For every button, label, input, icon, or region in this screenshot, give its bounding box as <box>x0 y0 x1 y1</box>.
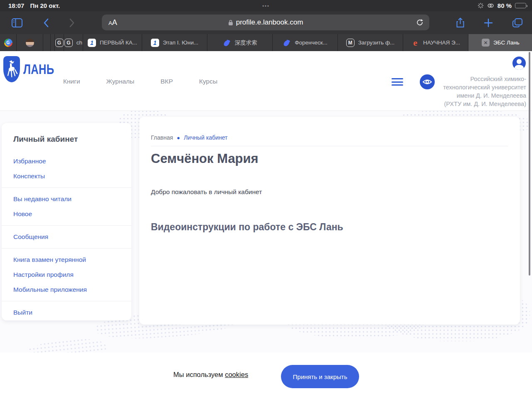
video-instructions-heading: Видеоинструкции по работе с ЭБС Лань <box>151 222 508 233</box>
ipad-screen: 18:07 Пн 20 окт. ••• <box>0 0 532 399</box>
sidebar-title: Личный кабинет <box>2 135 131 144</box>
close-tab-icon[interactable]: ✕ <box>482 39 490 47</box>
sidebar-item-favorites[interactable]: Избранное <box>2 154 131 169</box>
breadcrumb-separator: ● <box>177 135 180 141</box>
whale-favicon-icon <box>223 39 231 47</box>
url-text: profile.e.lanbook.com <box>236 18 303 27</box>
nav-books[interactable]: Книги <box>63 78 80 85</box>
site-header: ЛАНЬ Книги Журналы ВКР Курсы Российский … <box>0 51 532 111</box>
tab-collapsed-1[interactable] <box>43 34 51 51</box>
breadcrumb-current[interactable]: Личный кабинет <box>184 134 227 141</box>
accept-cookies-button[interactable]: Принять и закрыть <box>281 365 359 388</box>
cookies-link[interactable]: cookies <box>225 371 248 378</box>
account-sidebar: Личный кабинет Избранное Конспекты Вы не… <box>2 123 131 320</box>
tab-etap-yuni[interactable]: 1 Этап I. Юни... <box>142 34 207 51</box>
sidebar-toggle-icon[interactable] <box>10 16 24 30</box>
breadcrumb-home[interactable]: Главная <box>151 134 173 141</box>
tab-collapsed-3[interactable]: G <box>55 34 64 51</box>
nav-courses[interactable]: Курсы <box>199 78 217 85</box>
welcome-text: Добро пожаловать в личный кабинет <box>151 188 508 196</box>
tab-pervyi-kanal[interactable]: 1 ПЕРВЫЙ КА... <box>83 34 142 51</box>
divider <box>2 301 131 301</box>
divider <box>2 187 131 188</box>
site-nav: Книги Журналы ВКР Курсы <box>63 78 217 85</box>
divider <box>2 225 131 226</box>
tab-profile-photo[interactable] <box>17 34 43 51</box>
network-activity-icon <box>478 2 484 9</box>
tab-zagruzit[interactable]: M Загрузить ф... <box>338 34 403 51</box>
tabs-overview-icon[interactable] <box>512 18 523 28</box>
lan-logo[interactable]: ЛАНЬ <box>3 56 61 82</box>
personal-hotspot-icon <box>487 3 494 8</box>
tab-ebs-lan-active[interactable]: ✕ ЭБС Лань <box>468 34 532 51</box>
reload-icon[interactable] <box>416 19 424 26</box>
new-tab-plus-icon[interactable] <box>484 18 493 27</box>
tab-elibrary[interactable]: e НАУЧНАЯ Э... <box>403 34 468 51</box>
person-photo-favicon-icon <box>26 39 34 47</box>
sidebar-item-new[interactable]: Новое <box>2 207 131 222</box>
tab-collapsed-2[interactable] <box>51 34 55 51</box>
g-app-favicon-icon: G <box>64 39 73 47</box>
toolbar-right <box>456 17 523 28</box>
hamburger-menu-icon[interactable] <box>392 78 403 86</box>
sidebar-item-lost-book[interactable]: Книга взамен утерянной <box>2 252 131 267</box>
sidebar-item-logout[interactable]: Выйти <box>2 305 131 320</box>
divider <box>2 248 131 249</box>
divider <box>151 146 508 146</box>
logo-wordmark: ЛАНЬ <box>23 61 54 77</box>
sidebar-item-mobile-apps[interactable]: Мобильные приложения <box>2 282 131 297</box>
safari-toolbar: АА profile.e.lanbook.com <box>0 11 532 34</box>
breadcrumb: Главная ● Личный кабинет <box>151 134 508 141</box>
page-scrollbar[interactable] <box>529 52 530 276</box>
tab-deepseek[interactable]: 深度求索 <box>207 34 273 51</box>
user-avatar-icon[interactable] <box>512 57 526 70</box>
nav-journals[interactable]: Журналы <box>106 78 135 85</box>
status-bar: 18:07 Пн 20 окт. ••• <box>0 0 532 11</box>
main-panel: Главная ● Личный кабинет Семчёнок Мария … <box>139 117 520 325</box>
m-app-favicon-icon: M <box>346 39 355 47</box>
tab-google[interactable]: G <box>0 34 17 51</box>
sidebar-item-recently-read[interactable]: Вы недавно читали <box>2 192 131 207</box>
cookie-banner: Мы используем cookies Принять и закрыть <box>0 352 532 399</box>
g-app-favicon-icon: G <box>55 39 64 47</box>
sidebar-item-messages[interactable]: Сообщения <box>2 229 131 244</box>
page-title: Семчёнок Мария <box>151 151 508 166</box>
web-page: ЛАНЬ Книги Журналы ВКР Курсы Российский … <box>0 51 532 399</box>
forward-button[interactable] <box>65 16 79 30</box>
battery-percent: 80 % <box>498 2 512 9</box>
deer-shield-icon <box>3 56 20 82</box>
google-favicon-icon: G <box>4 39 12 47</box>
nav-vkr[interactable]: ВКР <box>160 78 173 85</box>
sidebar-item-profile-settings[interactable]: Настройки профиля <box>2 267 131 282</box>
share-icon[interactable] <box>456 17 465 28</box>
channel-one-favicon-icon: 1 <box>88 39 96 47</box>
tab-forensic[interactable]: Форенческ... <box>273 34 338 51</box>
channel-one-favicon-icon: 1 <box>151 39 159 47</box>
tab-bar: G G G ch 1 ПЕРВЫЙ КА... 1 Этап I. Юни...… <box>0 34 532 51</box>
lock-icon <box>228 20 233 26</box>
elibrary-favicon-icon: e <box>411 39 419 47</box>
back-button[interactable] <box>39 16 53 30</box>
whale-favicon-icon <box>283 39 291 47</box>
university-name: Российский химико-технологический универ… <box>438 75 526 108</box>
cookie-text: Мы используем cookies <box>173 371 248 379</box>
tab-chat[interactable]: G ch <box>64 34 83 51</box>
accessibility-eye-button[interactable] <box>420 74 435 89</box>
address-bar[interactable]: АА profile.e.lanbook.com <box>102 15 429 30</box>
multitasking-indicator[interactable]: ••• <box>0 3 532 8</box>
status-right: 80 % <box>478 2 526 9</box>
battery-icon <box>515 3 526 8</box>
sidebar-item-notes[interactable]: Конспекты <box>2 169 131 184</box>
